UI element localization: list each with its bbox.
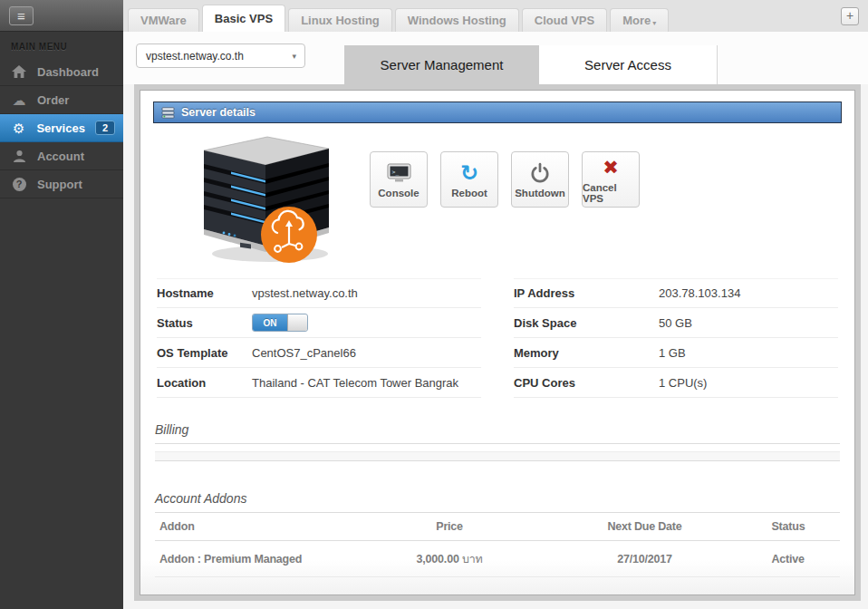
addons-heading: Account Addons	[155, 491, 840, 506]
addon-name-cell: Addon : Premium Managed	[155, 553, 381, 566]
server-details-grid: Hostname vpstest.netway.co.th Status ON …	[153, 278, 842, 398]
server-details-frame: Server details	[134, 84, 861, 601]
console-icon: >_	[387, 161, 411, 185]
account-addons-section: Account Addons Addon Price Next Due Date…	[153, 491, 842, 577]
sidebar-item-label: Services	[36, 121, 85, 135]
sidebar-section-label: MAIN MENU	[0, 32, 123, 58]
tab-linux-hosting[interactable]: Linux Hosting	[288, 8, 392, 32]
server-select-value: vpstest.netway.co.th	[146, 50, 244, 63]
menu-toggle-icon[interactable]: ≡	[9, 6, 34, 25]
view-tabs: Server Management Server Access	[344, 45, 718, 84]
shutdown-icon	[529, 161, 551, 185]
addons-table-header: Addon Price Next Due Date Status	[155, 513, 840, 541]
detail-row-ip: IP Address 203.78.103.134	[514, 278, 838, 308]
sidebar: ≡ MAIN MENU Dashboard ☁ Order ⚙ Services…	[0, 0, 123, 609]
detail-row-disk: Disk Space 50 GB	[514, 308, 838, 338]
sidebar-item-label: Dashboard	[37, 65, 99, 79]
sidebar-header: ≡	[0, 0, 123, 32]
server-details-panel: Server details	[140, 90, 855, 595]
detail-row-memory: Memory 1 GB	[514, 338, 838, 368]
sidebar-item-support[interactable]: ? Support	[0, 170, 123, 198]
main-area: VMWare Basic VPS Linux Hosting Windows H…	[123, 0, 868, 609]
sidebar-item-order[interactable]: ☁ Order	[0, 86, 123, 114]
shutdown-button[interactable]: Shutdown	[511, 151, 569, 208]
currency-label: บาท	[462, 553, 483, 566]
sidebar-item-dashboard[interactable]: Dashboard	[0, 58, 123, 86]
detail-row-cpu: CPU Cores 1 CPU(s)	[514, 368, 838, 398]
detail-row-hostname: Hostname vpstest.netway.co.th	[157, 278, 481, 308]
sidebar-item-label: Account	[37, 150, 84, 163]
top-section: >_ Console ↻ Reboot Shutdown	[153, 131, 842, 267]
toggle-knob	[287, 314, 307, 331]
details-right-column: IP Address 203.78.103.134 Disk Space 50 …	[514, 278, 838, 398]
toolbar-row: vpstest.netway.co.th ▾ Server Management…	[123, 32, 868, 84]
reboot-icon: ↻	[460, 161, 478, 185]
details-left-column: Hostname vpstest.netway.co.th Status ON …	[157, 278, 481, 398]
status-toggle[interactable]: ON	[252, 314, 308, 332]
home-icon	[11, 65, 27, 78]
billing-empty-row	[155, 451, 840, 461]
billing-section: Billing	[153, 422, 842, 461]
cloud-icon: ☁	[11, 93, 27, 107]
tab-cloud-vps[interactable]: Cloud VPS	[522, 8, 607, 32]
addon-status-cell: Active	[771, 553, 840, 566]
panel-header: Server details	[153, 102, 842, 123]
svg-text:>_: >_	[391, 168, 399, 175]
divider	[155, 443, 840, 444]
tab-more[interactable]: More▾	[610, 8, 669, 32]
detail-row-status: Status ON	[157, 308, 481, 338]
addon-table-row: Addon : Premium Managed 3,000.00 บาท 27/…	[155, 541, 840, 577]
product-tabstrip: VMWare Basic VPS Linux Hosting Windows H…	[123, 0, 868, 32]
server-icon	[161, 107, 175, 119]
reboot-button[interactable]: ↻ Reboot	[440, 151, 498, 208]
add-tab-button[interactable]: +	[841, 7, 859, 25]
sidebar-item-label: Support	[37, 178, 82, 191]
chevron-down-icon: ▾	[652, 19, 656, 27]
action-buttons: >_ Console ↻ Reboot Shutdown	[370, 151, 640, 267]
panel-title: Server details	[181, 106, 256, 119]
services-count-badge: 2	[95, 121, 115, 135]
cancel-vps-button[interactable]: ✖ Cancel VPS	[582, 151, 640, 208]
column-header-price: Price	[381, 520, 517, 533]
user-icon	[11, 150, 27, 163]
column-header-status: Status	[771, 520, 840, 533]
sidebar-item-services[interactable]: ⚙ Services 2	[0, 114, 123, 142]
gear-icon: ⚙	[11, 121, 26, 135]
detail-row-location: Location Thailand - CAT Telecom Tower Ba…	[157, 368, 481, 398]
addon-price-cell: 3,000.00 บาท	[381, 550, 517, 568]
question-icon: ?	[11, 178, 27, 191]
console-button[interactable]: >_ Console	[370, 151, 428, 208]
tab-server-management[interactable]: Server Management	[344, 45, 539, 84]
sidebar-item-account[interactable]: Account	[0, 142, 123, 170]
toggle-on-label: ON	[253, 314, 287, 331]
sidebar-item-label: Order	[37, 93, 69, 107]
tab-vmware[interactable]: VMWare	[128, 8, 199, 32]
cancel-icon: ✖	[603, 156, 619, 179]
column-header-next-due-date: Next Due Date	[518, 520, 772, 533]
tab-basic-vps[interactable]: Basic VPS	[202, 5, 285, 32]
server-select[interactable]: vpstest.netway.co.th ▾	[136, 44, 305, 68]
tab-windows-hosting[interactable]: Windows Hosting	[395, 8, 519, 32]
detail-row-os-template: OS Template CentOS7_cPanel66	[157, 338, 481, 368]
chevron-down-icon: ▾	[292, 52, 296, 61]
tab-server-access[interactable]: Server Access	[539, 45, 718, 84]
column-header-addon: Addon	[155, 520, 381, 533]
server-tower-image	[177, 131, 353, 267]
addon-next-due-cell: 27/10/2017	[518, 553, 772, 566]
billing-heading: Billing	[155, 422, 840, 437]
